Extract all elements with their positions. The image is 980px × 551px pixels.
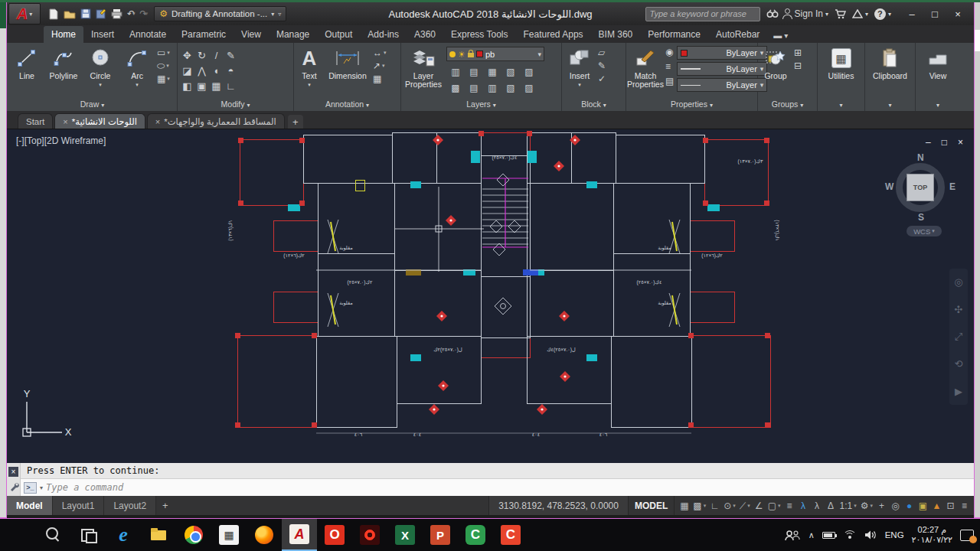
- navigation-bar[interactable]: ◎ ✣ ⤢ ⟲ ▶: [949, 269, 968, 405]
- clock[interactable]: 02:27 م ٢٠١٨/٠٧/٢٢: [912, 525, 952, 545]
- maximize-button[interactable]: □: [923, 4, 946, 24]
- command-input-row[interactable]: >_ ▾: [21, 479, 974, 496]
- modify-tool-icon[interactable]: ◓: [224, 63, 238, 78]
- taskbar-camtasia-recorder[interactable]: C: [493, 519, 528, 551]
- open-button[interactable]: [64, 8, 76, 19]
- panel-block-footer[interactable]: Block ▾: [562, 99, 626, 110]
- modify-tool-icon[interactable]: ↻: [194, 47, 209, 63]
- properties-tool-icon[interactable]: ▤: [665, 76, 674, 86]
- layer-tool-icon[interactable]: ▤: [465, 64, 483, 80]
- modify-tool-icon[interactable]: ▦: [209, 78, 224, 93]
- properties-tool-icon[interactable]: ≡: [665, 61, 674, 72]
- graphics-warning-toggle[interactable]: ▲: [930, 497, 943, 514]
- wcs-dropdown[interactable]: WCS▾: [906, 226, 942, 236]
- table-icon[interactable]: ▦: [373, 73, 387, 84]
- tab-featured-apps[interactable]: Featured Apps: [516, 26, 591, 43]
- annotation-visibility-toggle[interactable]: λ: [797, 497, 810, 514]
- modify-tool-icon[interactable]: ∟: [224, 78, 238, 93]
- panel-draw-footer[interactable]: Draw ▾: [8, 99, 177, 110]
- annotation-monitor-toggle[interactable]: +: [875, 497, 888, 514]
- leader-icon[interactable]: ↗▾: [373, 60, 387, 71]
- close-icon[interactable]: ×: [155, 117, 160, 126]
- annotation-scale-toggle[interactable]: 1:1: [838, 497, 858, 514]
- rectangle-tool-icon[interactable]: ▭▾: [157, 47, 170, 58]
- group-button[interactable]: Group: [760, 44, 791, 80]
- taskbar-explorer[interactable]: [141, 519, 176, 551]
- workspace-switching-toggle[interactable]: ⚙: [859, 497, 874, 514]
- sign-in-button[interactable]: Sign In ▾: [785, 8, 828, 19]
- hatch-tool-icon[interactable]: ▦▾: [157, 73, 170, 84]
- layer-tool-icon[interactable]: ▤: [465, 80, 483, 96]
- panel-clipboard-footer[interactable]: ▾: [865, 99, 915, 110]
- layout-tab-layout1[interactable]: Layout1: [53, 496, 105, 515]
- object-snap-tracking-toggle[interactable]: ∠: [753, 497, 766, 514]
- taskbar-chrome[interactable]: [176, 519, 211, 551]
- new-drawing-button[interactable]: [48, 8, 59, 20]
- steering-wheel-icon[interactable]: ◎: [954, 276, 962, 288]
- a360-exchange-icon[interactable]: ▾: [852, 9, 868, 18]
- tab-annotate[interactable]: Annotate: [122, 26, 174, 43]
- tab-bim-360[interactable]: BIM 360: [591, 26, 641, 43]
- customize-toggle[interactable]: ≡: [958, 497, 971, 514]
- modify-tool-icon[interactable]: ◖: [209, 63, 224, 78]
- showmotion-icon[interactable]: ▶: [955, 386, 962, 397]
- autosave-status-toggle[interactable]: ▣: [916, 497, 929, 514]
- redo-button[interactable]: ↷▾: [140, 8, 149, 19]
- undo-button[interactable]: ↶▾: [127, 8, 136, 19]
- panel-properties-footer[interactable]: Properties ▾: [626, 99, 757, 110]
- linetype-dropdown[interactable]: ByLayer ▾: [677, 78, 767, 92]
- layout-tab-model[interactable]: Model: [7, 496, 53, 515]
- block-tool-icon[interactable]: ▱: [598, 47, 606, 58]
- block-tool-icon[interactable]: ✓: [598, 73, 606, 84]
- layer-tool-icon[interactable]: ▨: [520, 64, 538, 80]
- viewport-close-button[interactable]: ×: [958, 137, 963, 148]
- tab-a360[interactable]: A360: [407, 26, 443, 43]
- layer-tool-icon[interactable]: ▧: [501, 80, 520, 96]
- application-menu-button[interactable]: A ▾: [8, 3, 41, 24]
- arc-button[interactable]: Arc▾: [120, 44, 154, 89]
- clipboard-button[interactable]: Clipboard: [868, 44, 913, 80]
- model-space-toggle[interactable]: MODEL: [629, 496, 675, 515]
- zoom-extents-icon[interactable]: ⤢: [955, 331, 962, 343]
- group-tool-icon[interactable]: ⊟: [794, 60, 802, 71]
- new-tab-button[interactable]: +: [288, 115, 303, 129]
- tab-insert[interactable]: Insert: [83, 26, 122, 43]
- chevron-down-icon[interactable]: ▾: [40, 484, 43, 491]
- save-button[interactable]: [80, 8, 91, 19]
- wifi-icon[interactable]: [843, 530, 857, 540]
- save-as-button[interactable]: [96, 8, 106, 19]
- taskbar-search[interactable]: [35, 519, 70, 551]
- taskbar-excel[interactable]: X: [387, 519, 423, 551]
- qat-customize-icon[interactable]: ▿: [278, 11, 281, 18]
- panel-layers-footer[interactable]: Layers ▾: [401, 99, 561, 110]
- hardware-acceleration-toggle[interactable]: ●: [903, 497, 916, 514]
- taskbar-autocad[interactable]: A: [282, 519, 317, 551]
- taskbar-task-view[interactable]: [70, 519, 106, 551]
- modify-tool-icon[interactable]: /: [209, 47, 224, 63]
- layer-tool-icon[interactable]: ▨: [520, 80, 538, 96]
- taskbar-firefox[interactable]: [247, 519, 282, 551]
- layer-dropdown[interactable]: ☀ pb ▾: [446, 47, 544, 61]
- lineweight-toggle[interactable]: ≡: [783, 497, 796, 514]
- drawing-canvas[interactable]: (٧.٠×٢٥)٤ك(٧.٠×١٣)٣ك(٧.٠×٢٥)٢ك(٧.٠×٢٥)٤ك…: [7, 129, 974, 463]
- modify-tool-icon[interactable]: ✥: [180, 47, 194, 63]
- new-layout-button[interactable]: +: [156, 500, 175, 511]
- clean-screen-toggle[interactable]: ⊡: [944, 497, 957, 514]
- circle-button[interactable]: Circle▾: [83, 44, 117, 89]
- modify-tool-icon[interactable]: ◧: [180, 78, 194, 93]
- pan-icon[interactable]: ✣: [955, 304, 963, 315]
- ortho-toggle[interactable]: ∟: [708, 497, 721, 514]
- tab-parametric[interactable]: Parametric: [174, 26, 234, 43]
- utilities-button[interactable]: ▦ Utilities: [821, 44, 862, 80]
- layer-properties-button[interactable]: Layer Properties: [403, 44, 443, 89]
- block-tool-icon[interactable]: ✎: [598, 60, 606, 71]
- panel-modify-footer[interactable]: Modify ▾: [178, 99, 293, 110]
- layout-tab-layout2[interactable]: Layout2: [104, 496, 156, 515]
- view-button[interactable]: View: [920, 44, 956, 80]
- polar-tracking-toggle[interactable]: ⊙: [722, 497, 737, 514]
- isodraft-toggle[interactable]: ⟋: [738, 497, 752, 514]
- viewport-minimize-button[interactable]: –: [926, 137, 931, 148]
- tab-output[interactable]: Output: [317, 26, 360, 43]
- command-customize-wrench-icon[interactable]: [8, 481, 19, 495]
- taskbar-edge[interactable]: e: [106, 519, 141, 551]
